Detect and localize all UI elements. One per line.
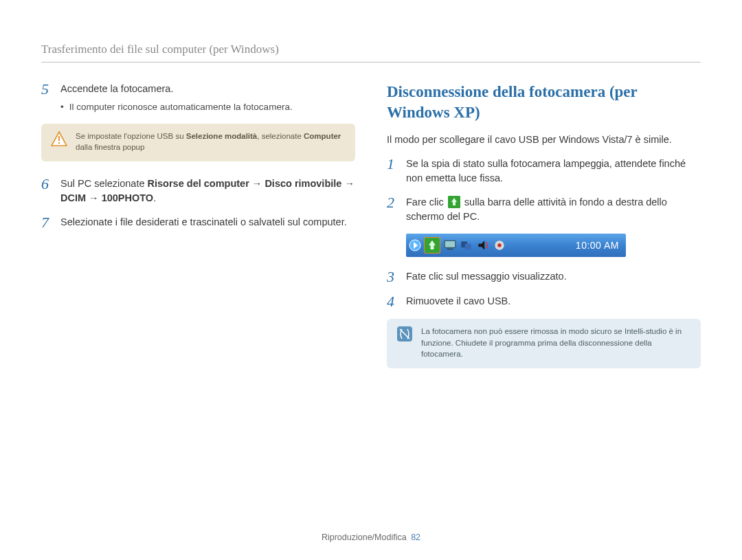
txt: , selezionate [257, 132, 304, 140]
safely-remove-icon [448, 196, 460, 208]
svg-point-13 [497, 243, 502, 247]
section-heading: Disconnessione della fotocamera (per Win… [387, 82, 701, 123]
svg-rect-7 [445, 240, 456, 247]
step-text: Accendete la fotocamera. [60, 83, 173, 94]
page-footer: Riproduzione/Modifica 82 [0, 533, 742, 542]
txt: → [249, 178, 265, 189]
warning-icon [51, 131, 67, 147]
txt: Sul PC selezionate [60, 178, 148, 189]
step-number: 7 [41, 215, 54, 230]
txt-bold: Computer [304, 132, 341, 140]
txt-bold: Selezione modalità [186, 132, 258, 140]
step-body: Rimuovete il cavo USB. [406, 294, 701, 309]
step-body: Accendete la fotocamera. • Il computer r… [60, 82, 355, 114]
taskbar-image: 10:00 AM [406, 234, 626, 257]
step-3: 3 Fate clic sul messaggio visualizzato. [387, 269, 701, 284]
step-body: Selezionate i file desiderati e trascina… [60, 215, 355, 230]
svg-rect-8 [447, 248, 453, 249]
bullet-text: Il computer riconosce automaticamente la… [69, 100, 293, 114]
txt-bold: DCIM [60, 192, 86, 203]
bullet-dot: • [60, 100, 64, 114]
txt: → [86, 192, 102, 203]
step-body: Sul PC selezionate Risorse del computer … [60, 177, 355, 205]
taskbar-clock: 10:00 AM [576, 240, 619, 251]
step-number: 4 [387, 294, 399, 309]
txt-bold: Risorse del computer [148, 178, 249, 189]
step-body: Fate clic sul messaggio visualizzato. [406, 269, 701, 284]
info-note: La fotocamera non può essere rimossa in … [387, 319, 701, 368]
tray-icon [443, 238, 457, 252]
svg-rect-10 [465, 244, 471, 250]
svg-rect-1 [58, 136, 60, 141]
page-header: Trasferimento dei file sul computer (per… [41, 43, 701, 63]
txt: Fare clic [406, 197, 447, 208]
step-number: 5 [41, 82, 54, 114]
step-body: Se la spia di stato sulla fotocamera lam… [406, 157, 701, 186]
info-icon [396, 326, 413, 342]
step-5: 5 Accendete la fotocamera. • Il computer… [41, 82, 355, 114]
step-7: 7 Selezionate i file desiderati e trasci… [41, 215, 355, 230]
step-number: 1 [387, 157, 399, 186]
volume-icon [476, 238, 490, 252]
tray-icon [493, 238, 506, 252]
page-number: 82 [411, 533, 420, 542]
step-number: 6 [41, 177, 54, 205]
txt: . [153, 192, 156, 203]
sub-bullet: • Il computer riconosce automaticamente … [60, 100, 355, 114]
step-1: 1 Se la spia di stato sulla fotocamera l… [387, 157, 701, 186]
warning-text: Se impostate l'opzione USB su Selezione … [76, 131, 346, 153]
txt: dalla finestra popup [76, 143, 144, 151]
step-number: 3 [387, 269, 399, 284]
section-intro: Il modo per scollegare il cavo USB per W… [387, 133, 701, 147]
left-column: 5 Accendete la fotocamera. • Il computer… [41, 82, 355, 383]
system-tray [424, 237, 506, 254]
step-2: 2 Fare clic sulla barra delle attività i… [387, 195, 701, 224]
tray-icon [460, 238, 473, 252]
footer-section: Riproduzione/Modifica [322, 533, 407, 542]
taskbar-chevron-icon [407, 234, 423, 257]
manual-page: Trasferimento dei file sul computer (per… [0, 0, 742, 560]
step-number: 2 [387, 195, 399, 224]
right-column: Disconnessione della fotocamera (per Win… [387, 82, 701, 383]
txt: Se impostate l'opzione USB su [76, 132, 186, 140]
step-4: 4 Rimuovete il cavo USB. [387, 294, 701, 309]
info-text: La fotocamera non può essere rimossa in … [421, 326, 691, 360]
txt-bold: 100PHOTO [102, 192, 154, 203]
step-6: 6 Sul PC selezionate Risorse del compute… [41, 177, 355, 205]
txt: → [341, 178, 355, 189]
txt-bold: Disco rimovibile [265, 178, 341, 189]
svg-marker-11 [478, 240, 484, 249]
safely-remove-tray-icon [424, 237, 440, 254]
warning-note: Se impostate l'opzione USB su Selezione … [41, 124, 355, 161]
svg-rect-2 [58, 142, 60, 144]
step-body: Fare clic sulla barra delle attività in … [406, 195, 701, 224]
content-columns: 5 Accendete la fotocamera. • Il computer… [41, 82, 701, 383]
